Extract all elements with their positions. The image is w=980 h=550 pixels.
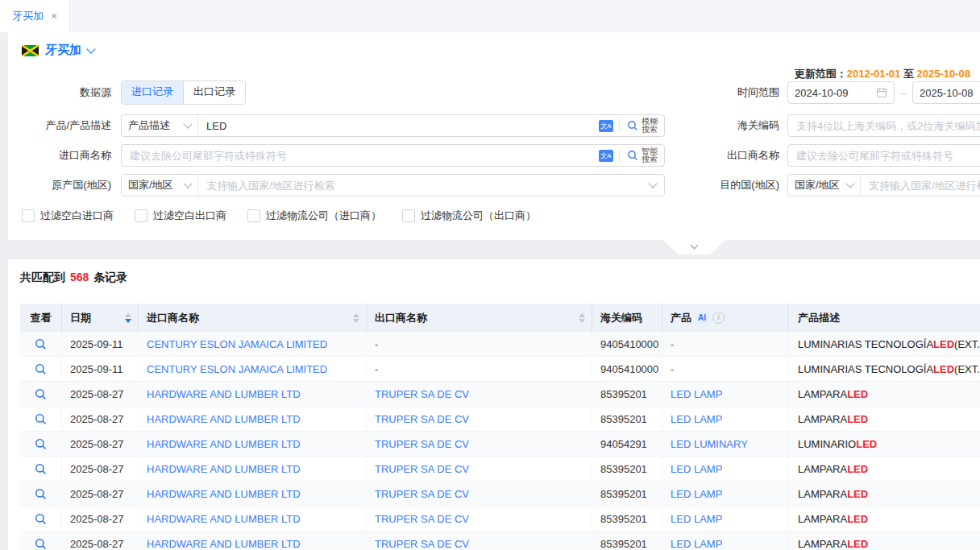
country-name: 牙买加 bbox=[45, 43, 81, 58]
record-date: 2025-08-27 bbox=[62, 482, 139, 506]
page: 牙买加 更新范围：2012-01-01 至 2025-10-08 数据源 进口记… bbox=[0, 32, 980, 550]
chevron-down-icon bbox=[183, 119, 192, 128]
results-panel: 共匹配到568条记录 查看 日期 进口商名称 出口商名称 海关编码 bbox=[8, 259, 980, 550]
end-date-input[interactable]: 2025-10-08 bbox=[912, 81, 980, 104]
export-records-tab[interactable]: 出口记录 bbox=[184, 81, 245, 104]
view-record-button[interactable] bbox=[35, 338, 47, 350]
exporter-link[interactable]: - bbox=[375, 338, 378, 350]
dest-country-input[interactable] bbox=[861, 176, 980, 195]
exporter-link[interactable]: - bbox=[375, 363, 378, 375]
view-record-button[interactable] bbox=[35, 438, 47, 450]
view-record-button[interactable] bbox=[35, 538, 47, 550]
match-summary: 共匹配到568条记录 bbox=[20, 271, 127, 285]
filter-checkbox-item[interactable]: 过滤空白进口商 bbox=[22, 209, 114, 223]
product-description: LAMPARA LED bbox=[788, 457, 980, 481]
exporter-link[interactable]: TRUPER SA DE CV bbox=[375, 513, 469, 525]
view-record-button[interactable] bbox=[35, 488, 47, 500]
magnifier-icon bbox=[35, 438, 47, 450]
dest-country-select[interactable]: 国家/地区 bbox=[788, 175, 861, 196]
product-description: LAMPARA LED bbox=[788, 482, 980, 506]
importer-name-input[interactable] bbox=[122, 146, 599, 165]
product-link[interactable]: LED LAMP bbox=[671, 388, 722, 400]
exporter-link[interactable]: TRUPER SA DE CV bbox=[375, 538, 469, 550]
exporter-link[interactable]: TRUPER SA DE CV bbox=[375, 463, 469, 475]
view-record-button[interactable] bbox=[35, 513, 47, 525]
product-description: LAMPARA LED bbox=[788, 531, 980, 550]
sort-exporter[interactable] bbox=[579, 313, 585, 323]
importer-link[interactable]: HARDWARE AND LUMBER LTD bbox=[147, 538, 301, 550]
product-link[interactable]: LED LAMP bbox=[671, 538, 722, 550]
product-link[interactable]: - bbox=[671, 363, 674, 375]
hs-code-value: 94054291 bbox=[592, 432, 662, 456]
origin-country-select[interactable]: 国家/地区 bbox=[122, 175, 198, 196]
exporter-link[interactable]: TRUPER SA DE CV bbox=[375, 388, 469, 400]
checkbox[interactable] bbox=[135, 209, 147, 222]
close-icon[interactable]: × bbox=[51, 10, 57, 22]
magnifier-icon bbox=[35, 538, 47, 550]
product-keyword-input[interactable] bbox=[198, 116, 599, 135]
tab-label: 牙买加 bbox=[12, 9, 44, 23]
product-link[interactable]: LED LAMP bbox=[671, 463, 722, 475]
chevron-down-icon[interactable] bbox=[86, 44, 95, 53]
exporter-link[interactable]: TRUPER SA DE CV bbox=[375, 413, 469, 425]
importer-link[interactable]: HARDWARE AND LUMBER LTD bbox=[147, 463, 301, 475]
importer-link[interactable]: HARDWARE AND LUMBER LTD bbox=[147, 488, 301, 500]
magnifier-icon bbox=[35, 413, 47, 425]
country-selector[interactable]: 牙买加 bbox=[22, 43, 94, 58]
hs-code-input[interactable] bbox=[788, 116, 980, 135]
filter-checkbox-item[interactable]: 过滤物流公司（进口商） bbox=[247, 209, 381, 223]
view-record-button[interactable] bbox=[35, 363, 47, 375]
view-record-button[interactable] bbox=[35, 463, 47, 475]
product-link[interactable]: LED LAMP bbox=[671, 513, 722, 525]
product-description: LUMINARIAS TECNOLOGÍA LED (EXT... bbox=[788, 357, 980, 381]
view-record-button[interactable] bbox=[35, 413, 47, 425]
checkbox[interactable] bbox=[22, 209, 35, 222]
hs-code-value: 85395201 bbox=[592, 531, 662, 550]
importer-link[interactable]: CENTURY ESLON JAMAICA LIMITED bbox=[147, 338, 327, 350]
product-type-select[interactable]: 产品描述 bbox=[122, 115, 198, 136]
exporter-label: 出口商名称 bbox=[556, 148, 787, 163]
product-label: 产品/产品描述 bbox=[8, 118, 121, 133]
exporter-link[interactable]: TRUPER SA DE CV bbox=[375, 488, 469, 500]
product-link[interactable]: LED LAMP bbox=[671, 413, 722, 425]
magnifier-icon bbox=[35, 338, 47, 350]
start-date-input[interactable]: 2024-10-09 bbox=[787, 81, 895, 104]
data-source-label: 数据源 bbox=[8, 85, 121, 100]
sort-date[interactable] bbox=[125, 313, 131, 323]
exporter-name-input[interactable] bbox=[788, 146, 980, 165]
info-icon[interactable]: i bbox=[712, 312, 725, 324]
tab-jamaica[interactable]: 牙买加 × bbox=[0, 0, 70, 32]
hs-code-value: 85395201 bbox=[592, 507, 662, 531]
table-row: 2025-08-27 HARDWARE AND LUMBER LTD TRUPE… bbox=[20, 531, 980, 550]
record-date: 2025-08-27 bbox=[62, 382, 139, 406]
import-records-tab[interactable]: 进口记录 bbox=[122, 81, 184, 104]
importer-link[interactable]: CENTURY ESLON JAMAICA LIMITED bbox=[147, 363, 327, 375]
exporter-link[interactable]: TRUPER SA DE CV bbox=[375, 438, 469, 450]
product-link[interactable]: LED LUMINARY bbox=[671, 438, 748, 450]
col-importer: 进口商名称 bbox=[139, 304, 367, 332]
checkbox[interactable] bbox=[247, 209, 260, 222]
importer-link[interactable]: HARDWARE AND LUMBER LTD bbox=[147, 388, 301, 400]
product-description: LAMPARA LED bbox=[788, 507, 980, 531]
collapse-panel-button[interactable] bbox=[663, 240, 725, 254]
col-date: 日期 bbox=[62, 304, 139, 332]
importer-link[interactable]: HARDWARE AND LUMBER LTD bbox=[147, 413, 301, 425]
sort-importer[interactable] bbox=[353, 313, 359, 323]
hs-code-label: 海关编码 bbox=[556, 118, 787, 133]
magnifier-icon bbox=[35, 463, 47, 475]
filter-checkbox-item[interactable]: 过滤物流公司（出口商） bbox=[402, 209, 536, 223]
origin-country-label: 原产国(地区) bbox=[8, 178, 121, 192]
record-date: 2025-08-27 bbox=[62, 457, 139, 481]
importer-link[interactable]: HARDWARE AND LUMBER LTD bbox=[147, 513, 301, 525]
filter-panel: 牙买加 更新范围：2012-01-01 至 2025-10-08 数据源 进口记… bbox=[8, 32, 980, 240]
date-range-separator: – bbox=[895, 87, 912, 99]
product-link[interactable]: - bbox=[671, 338, 674, 350]
checkbox-label: 过滤空白出口商 bbox=[153, 209, 226, 223]
table-row: 2025-09-11 CENTURY ESLON JAMAICA LIMITED… bbox=[20, 357, 980, 382]
checkbox[interactable] bbox=[402, 209, 415, 222]
magnifier-icon bbox=[35, 388, 47, 400]
filter-checkbox-item[interactable]: 过滤空白出口商 bbox=[135, 209, 226, 223]
product-link[interactable]: LED LAMP bbox=[671, 488, 722, 500]
view-record-button[interactable] bbox=[35, 388, 47, 400]
importer-link[interactable]: HARDWARE AND LUMBER LTD bbox=[147, 438, 301, 450]
